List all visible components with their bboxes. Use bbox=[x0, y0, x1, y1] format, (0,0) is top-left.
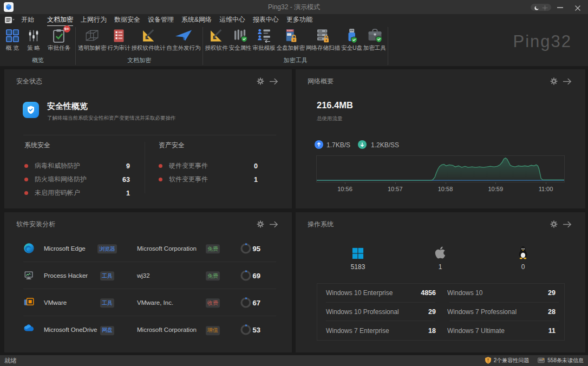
transparent-crypt-icon bbox=[84, 27, 100, 44]
metric-value: 9 bbox=[126, 162, 130, 170]
toolbar-button-outgoing-behavior[interactable]: 自主外发行为 bbox=[166, 26, 201, 52]
software-row[interactable]: Microsoft OneDrive网盘Microsoft Corporatio… bbox=[23, 316, 276, 343]
outgoing-behavior-icon bbox=[175, 27, 192, 44]
toolbar-button-policy-sliders[interactable]: 策 略 bbox=[23, 26, 44, 52]
message-icon bbox=[538, 357, 545, 364]
os-table-cell: Windows 10 Enterprise4856 bbox=[317, 284, 441, 303]
authorized-software-icon bbox=[209, 27, 224, 44]
arrow-right-icon[interactable] bbox=[269, 221, 278, 228]
toolbar-button-crypt-tools[interactable]: 加密工具 bbox=[363, 26, 387, 52]
security-overview-subtitle: 了解终端当前系统安全性和资产变更情况并采取必要操作 bbox=[47, 115, 176, 122]
close-button[interactable] bbox=[574, 4, 581, 10]
os-platform-apple: 1 bbox=[416, 246, 465, 271]
category-badge: 网盘 bbox=[100, 326, 114, 335]
software-row[interactable]: Microsoft Edge浏览器Microsoft Corporation免费… bbox=[23, 235, 276, 262]
price-badge: 增值 bbox=[206, 326, 220, 335]
os-name: Windows 10 bbox=[447, 289, 548, 297]
toolbar-button-overview-grid[interactable]: 概 览 bbox=[2, 26, 23, 52]
toolbar-button-approval-tasks[interactable]: 9+审批任务 bbox=[44, 26, 74, 52]
platform-count: 1 bbox=[416, 263, 465, 271]
netstorage-scan-icon bbox=[316, 27, 331, 44]
os-count: 18 bbox=[428, 327, 436, 335]
dashboard: 安全状态 安全性概览 了解终端当前系统安全性和资产变更情况并采取必要操作 系统安… bbox=[0, 66, 588, 355]
x-axis-label: 10:57 bbox=[383, 186, 407, 192]
os-table-cell: Windows 7 Ultimate11 bbox=[441, 321, 564, 340]
x-axis-label: 10:56 bbox=[333, 186, 357, 192]
toolbar-group-1: 透明加解密行为审计授权软件统计自主外发行为文档加密 bbox=[76, 26, 203, 66]
arrow-right-icon[interactable] bbox=[563, 221, 572, 228]
gear-icon[interactable] bbox=[257, 77, 264, 85]
fulldisk-crypt-icon bbox=[284, 27, 297, 44]
menu-tab-6[interactable]: 运维中心 bbox=[215, 14, 249, 26]
metric-label: 防火墙和网络防护 bbox=[35, 175, 122, 184]
os-name: Windows 10 Professional bbox=[326, 308, 428, 316]
gear-icon[interactable] bbox=[257, 220, 264, 228]
toolbar-button-fulldisk-crypt[interactable]: 全盘加解密 bbox=[276, 26, 306, 52]
dark-mode-icon bbox=[534, 3, 539, 12]
software-score: 69 bbox=[253, 271, 260, 279]
onedrive-logo-icon bbox=[23, 324, 36, 336]
toolbar-button-behavior-audit[interactable]: 行为审计 bbox=[107, 26, 131, 52]
toolbar-button-label: 安全U盘 bbox=[341, 44, 362, 52]
toolbar-group-0: 概 览策 略9+审批任务概览 bbox=[0, 26, 76, 66]
x-axis-label: 11:00 bbox=[534, 186, 558, 192]
toolbar-button-secure-usb[interactable]: 安全U盘 bbox=[341, 26, 363, 52]
metric-label: 病毒和威胁防护 bbox=[35, 161, 126, 171]
x-axis-label: 10:59 bbox=[484, 186, 507, 192]
edge-logo-icon bbox=[23, 243, 35, 254]
price-badge: 收费 bbox=[206, 298, 220, 308]
asset-security-section: 资产安全硬件变更事件0软件变更事件1 bbox=[159, 141, 258, 186]
crypt-tools-icon bbox=[367, 27, 383, 44]
menu-tab-0[interactable]: 开始 bbox=[17, 14, 38, 26]
toolbar-button-transparent-crypt[interactable]: 透明加解密 bbox=[77, 26, 107, 52]
status-ready: 就绪 bbox=[4, 357, 17, 365]
score-ring-icon bbox=[240, 270, 252, 282]
overview-grid-icon bbox=[5, 27, 19, 44]
gear-icon[interactable] bbox=[550, 77, 558, 85]
os-count: 11 bbox=[548, 327, 556, 335]
security-props-icon bbox=[233, 27, 247, 44]
security-metric-row: 硬件变更事件0 bbox=[159, 159, 258, 173]
software-vendor: Microsoft Corporation bbox=[137, 326, 197, 333]
menu-tab-1[interactable]: 文档加密 bbox=[43, 14, 77, 26]
score-ring-icon bbox=[240, 324, 252, 336]
toolbar-button-authorized-stats[interactable]: 授权软件统计 bbox=[131, 26, 166, 52]
arrow-right-icon[interactable] bbox=[269, 78, 278, 85]
menu-tab-3[interactable]: 数据安全 bbox=[110, 14, 144, 26]
toolbar-button-security-props[interactable]: 安全属性 bbox=[228, 26, 252, 52]
security-shield-icon bbox=[23, 102, 39, 118]
toolbar-button-label: 全盘加解密 bbox=[277, 44, 305, 52]
menu-tab-4[interactable]: 设备管理 bbox=[144, 14, 178, 26]
section-title: 系统安全 bbox=[24, 141, 130, 150]
unread-messages[interactable]: 558条未读信息 bbox=[538, 357, 584, 364]
approval-tasks-icon: 9+ bbox=[52, 27, 67, 44]
toolbar-button-label: 加密工具 bbox=[363, 44, 386, 52]
software-row[interactable]: VMware工具VMware, Inc.收费67 bbox=[23, 289, 276, 316]
toolbar-button-authorized-software[interactable]: 授权软件 bbox=[205, 26, 228, 52]
platform-count: 5183 bbox=[334, 263, 382, 271]
file-menu-icon[interactable] bbox=[4, 16, 16, 24]
toolbar-button-approval-template[interactable]: 审批模板 bbox=[252, 26, 276, 52]
gear-icon[interactable] bbox=[550, 220, 558, 228]
compatibility-issues[interactable]: 2个兼容性问题 bbox=[485, 357, 530, 365]
window-title: Ping32 - 演示模式 bbox=[0, 0, 588, 14]
arrow-right-icon[interactable] bbox=[563, 78, 572, 85]
menu-tab-7[interactable]: 报表中心 bbox=[249, 14, 283, 26]
theme-toggle[interactable] bbox=[531, 4, 551, 11]
platform-count: 0 bbox=[499, 263, 547, 271]
panel-title: 安全状态 bbox=[16, 77, 42, 86]
menu-tab-8[interactable]: 更多功能 bbox=[283, 14, 316, 26]
software-row[interactable]: Process Hacker工具wj32免费69 bbox=[23, 262, 276, 289]
download-rate: 1.2KB/SS bbox=[371, 141, 399, 149]
toolbar-button-netstorage-scan[interactable]: 网络存储扫描 bbox=[305, 26, 341, 52]
light-mode-icon bbox=[543, 3, 547, 12]
minimize-button[interactable] bbox=[557, 7, 563, 8]
category-badge: 浏览器 bbox=[97, 244, 117, 253]
software-list: Microsoft Edge浏览器Microsoft Corporation免费… bbox=[23, 235, 276, 343]
behavior-audit-icon bbox=[113, 27, 125, 44]
menu-tab-5[interactable]: 系统&网络 bbox=[178, 14, 215, 26]
toolbar-button-label: 透明加解密 bbox=[78, 44, 107, 52]
software-name: Microsoft Edge bbox=[44, 245, 86, 252]
menu-tab-2[interactable]: 上网行为 bbox=[77, 14, 110, 26]
x-axis-label: 10:58 bbox=[434, 186, 458, 192]
